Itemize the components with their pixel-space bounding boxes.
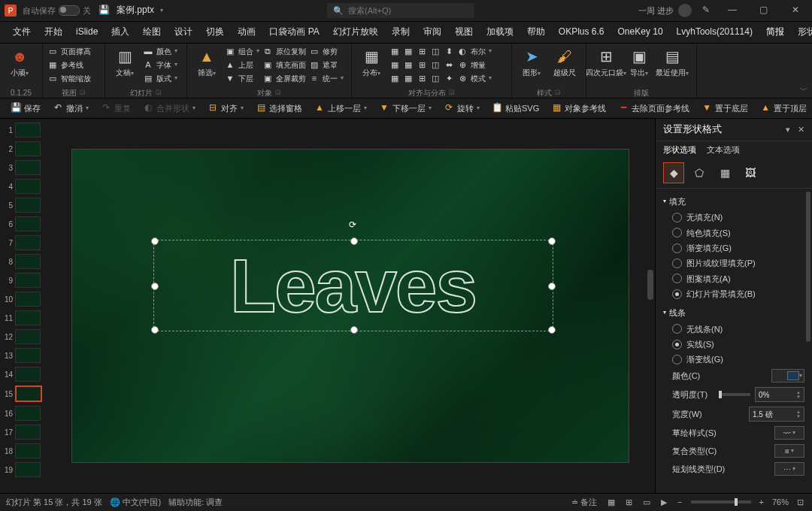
rotate-handle[interactable]: ⟳ (349, 219, 358, 228)
thumbnail-1[interactable]: 1 (2, 122, 44, 138)
distribute-button[interactable]: ▦分布▾ (356, 45, 386, 79)
accessibility-button[interactable]: 辅助功能: 调查 (168, 497, 223, 507)
canvas-area[interactable]: ⟳ Leaves (45, 119, 655, 493)
qb-save[interactable]: 💾保存 (6, 101, 45, 115)
fill-line-icon[interactable]: ◆ (663, 162, 684, 183)
canvas-scrollbar[interactable] (646, 126, 653, 485)
xiaowan-button[interactable]: ☻小顽▾ (5, 45, 35, 79)
color-dropdown[interactable]: ▬颜色▾ (143, 45, 177, 58)
trim-btn[interactable]: ▭修剪 (309, 45, 344, 58)
save-icon[interactable]: 💾 (97, 4, 111, 17)
thumbnail-3[interactable]: 3 (2, 159, 44, 176)
zoom-out-button[interactable]: − (675, 497, 684, 507)
launcher-icon[interactable]: ◲ (156, 89, 162, 96)
thumbnail-10[interactable]: 10 (2, 291, 44, 307)
view-reading-icon[interactable]: ▭ (641, 497, 653, 507)
export-button[interactable]: ▣导出▾ (624, 45, 654, 79)
width-input[interactable]: 1.5 磅▲▼ (749, 407, 804, 422)
menu-切换[interactable]: 切换 (199, 23, 231, 41)
menu-iSlide[interactable]: iSlide (69, 23, 105, 41)
qb-rotate[interactable]: ⟳旋转▾ (439, 101, 484, 115)
menu-幻灯片放映[interactable]: 幻灯片放映 (326, 23, 385, 41)
menu-视图[interactable]: 视图 (448, 23, 480, 41)
launcher-icon[interactable]: ◲ (449, 89, 455, 96)
radio-gradient-line[interactable]: 渐变线(G) (663, 352, 804, 367)
group-btn[interactable]: ▣组合▾ (225, 45, 259, 58)
qb-undo[interactable]: ↶撤消▾ (48, 101, 93, 115)
menu-口袋动画 PA[interactable]: 口袋动画 PA (262, 23, 326, 41)
bring-forward[interactable]: ▲上层 (225, 59, 259, 71)
thumbnail-11[interactable]: 11 (2, 310, 44, 326)
slide[interactable]: ⟳ Leaves (71, 149, 629, 463)
qb-redo[interactable]: ↷重复 (96, 101, 135, 115)
menu-设计[interactable]: 设计 (168, 23, 199, 41)
thumbnail-panel[interactable]: 12345678910111213141516171819 (0, 119, 45, 493)
menu-插入[interactable]: 插入 (105, 23, 136, 41)
qb-remove-guides[interactable]: ━去除页面参考线 (614, 101, 694, 115)
fullscreen-crop[interactable]: ▣全屏裁剪 (262, 72, 306, 85)
align-grid-1[interactable]: ▦▦⊞ (389, 45, 427, 58)
qb-align[interactable]: ⊟对齐▾ (203, 101, 248, 115)
menu-绘图[interactable]: 绘图 (136, 23, 168, 41)
qb-send-backward[interactable]: ▼下移一层▾ (374, 101, 436, 115)
pane-scrollbar[interactable] (804, 192, 810, 490)
autosave-toggle[interactable]: 自动保存 关 (23, 5, 91, 16)
menu-形状格式[interactable]: 形状格式 (791, 23, 812, 41)
thumbnail-4[interactable]: 4 (2, 178, 44, 195)
search-input[interactable]: 🔍 搜索(Alt+Q) (327, 3, 474, 18)
menu-加载项[interactable]: 加载项 (480, 23, 520, 41)
effects-icon[interactable]: ⬠ (689, 162, 710, 183)
radio-no-fill[interactable]: 无填充(N) (663, 210, 804, 225)
page-stretch[interactable]: ▭页面撑高 (47, 45, 91, 58)
thumbnail-19[interactable]: 19 (2, 461, 44, 478)
launcher-icon[interactable]: ◲ (555, 89, 561, 96)
picture-icon[interactable]: 🖼 (740, 162, 761, 183)
guides-toggle[interactable]: ▦参考线 (47, 59, 91, 71)
tab-text-options[interactable]: 文本选项 (707, 144, 740, 155)
thumbnail-9[interactable]: 9 (2, 272, 44, 289)
radio-solid-line[interactable]: 实线(S) (663, 337, 804, 352)
menu-简报[interactable]: 简报 (759, 23, 791, 41)
menu-LvyhTools(201114)[interactable]: LvyhTools(201114) (670, 23, 759, 41)
thumbnail-12[interactable]: 12 (2, 328, 44, 345)
launcher-icon[interactable]: ◲ (80, 89, 86, 96)
smart-zoom[interactable]: ▭智能缩放 (47, 72, 91, 85)
qb-obj-guides[interactable]: ▦对象参考线 (547, 101, 611, 115)
filename-chevron-icon[interactable]: ▾ (160, 7, 163, 14)
menu-录制[interactable]: 录制 (385, 23, 417, 41)
font-dropdown[interactable]: A字体▾ (143, 59, 177, 71)
view-normal-icon[interactable]: ▦ (605, 497, 617, 507)
menu-OKPlus 6.6[interactable]: OKPlus 6.6 (552, 23, 611, 41)
thumbnail-7[interactable]: 7 (2, 234, 44, 251)
size-props-icon[interactable]: ▦ (714, 162, 735, 183)
window-close[interactable]: ✕ (783, 0, 807, 21)
window-minimize[interactable]: — (720, 0, 744, 21)
menu-OneKey 10[interactable]: OneKey 10 (611, 23, 670, 41)
transparency-input[interactable]: 0%▲▼ (755, 387, 804, 402)
pocket-button[interactable]: ⊞四次元口袋▾ (591, 45, 621, 79)
launcher-icon[interactable]: ◲ (275, 89, 281, 96)
radio-picture-fill[interactable]: 图片或纹理填充(P) (663, 256, 804, 271)
selected-shape[interactable]: ⟳ Leaves (153, 240, 553, 331)
qb-select-pane[interactable]: ▤选择窗格 (251, 101, 307, 115)
menu-动画[interactable]: 动画 (231, 23, 262, 41)
radio-gradient-fill[interactable]: 渐变填充(G) (663, 240, 804, 256)
recent-button[interactable]: ▤最近使用▾ (657, 45, 687, 79)
align-grid-4[interactable]: ◫⬍◐ (430, 45, 468, 58)
fill-section-header[interactable]: ▾填充 (663, 193, 804, 210)
boolean-btn[interactable]: 布尔▾ (471, 45, 492, 58)
duplicate-in-place[interactable]: ⧉原位复制 (262, 45, 306, 58)
zoom-slider[interactable] (691, 500, 751, 503)
thumbnail-16[interactable]: 16 (2, 405, 44, 422)
thumbnail-2[interactable]: 2 (2, 141, 44, 157)
super-ruler-button[interactable]: 🖌超级尺 (550, 45, 580, 79)
radio-no-line[interactable]: 无线条(N) (663, 322, 804, 337)
radio-solid-fill[interactable]: 纯色填充(S) (663, 225, 804, 240)
thumbnail-5[interactable]: 5 (2, 197, 44, 213)
view-sorter-icon[interactable]: ⊞ (623, 497, 635, 507)
thumbnail-18[interactable]: 18 (2, 443, 44, 459)
qb-bring-to-front[interactable]: ▲置于顶层 (756, 101, 811, 115)
zoom-level[interactable]: 76% (772, 497, 789, 507)
ribbon-collapse[interactable]: ﹀ (800, 85, 807, 95)
line-color-picker[interactable]: ▾ (771, 369, 804, 382)
